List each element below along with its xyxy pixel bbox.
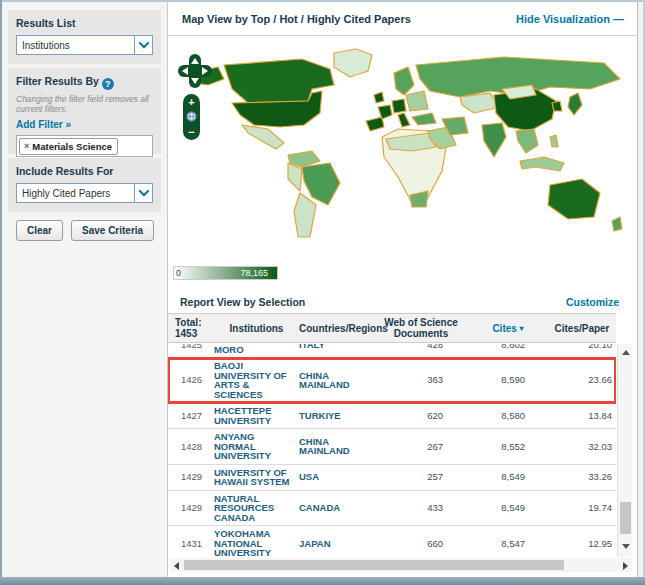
col-cites-sort[interactable]: Cites ▾ (467, 323, 549, 334)
cell-cites: 8,590 (467, 375, 549, 385)
vertical-scrollbar-thumb[interactable] (620, 502, 631, 534)
horizontal-scrollbar[interactable] (170, 558, 632, 572)
vertical-scrollbar[interactable] (617, 344, 632, 557)
legend-min: 0 (174, 268, 181, 278)
scroll-up-button[interactable] (622, 350, 630, 355)
table-body: 1425 BARI ALDO MORO ITALY 428 8,602 20.1… (168, 344, 616, 557)
cell-cites-per-paper: 23.66 (549, 375, 615, 385)
cell-cites: 8,552 (467, 442, 549, 452)
institution-link[interactable]: UNIVERSITY OF HAWAII SYSTEM (214, 468, 299, 487)
cell-rank: 1429 (168, 503, 214, 513)
col-total: Total: 1453 (168, 317, 214, 339)
remove-tag-icon[interactable]: × (24, 141, 29, 151)
pan-left-icon[interactable] (182, 67, 188, 75)
cell-web-of-science-documents: 267 (375, 442, 467, 452)
results-list-select[interactable]: Institutions (16, 35, 153, 55)
map-view: + − 0 78,165 (168, 37, 637, 289)
table-row: 1427 HACETTEPE UNIVERSITY TURKIYE 620 8,… (168, 403, 616, 429)
scroll-right-button[interactable] (623, 562, 628, 570)
col-countries: Countries/Regions (299, 323, 375, 334)
filter-results-label: Filter Results By? (16, 75, 153, 90)
world-map[interactable] (184, 45, 634, 263)
cell-web-of-science-documents: 660 (375, 539, 467, 549)
minus-icon: — (613, 13, 623, 25)
institution-link[interactable]: BAOJI UNIVERSITY OF ARTS & SCIENCES (214, 361, 299, 399)
cell-rank: 1426 (168, 375, 214, 385)
include-results-value: Highly Cited Papers (17, 188, 134, 199)
window-border-bottom (0, 577, 645, 585)
col-web-of-science-documents: Web of Science Documents (375, 317, 467, 339)
chevron-down-icon[interactable] (134, 184, 152, 202)
zoom-out-button[interactable]: − (188, 127, 194, 137)
cell-rank: 1431 (168, 539, 214, 549)
scroll-down-button[interactable] (622, 544, 630, 549)
cell-cites: 8,549 (467, 472, 549, 482)
pan-up-icon[interactable] (191, 58, 199, 64)
save-criteria-button[interactable]: Save Criteria (71, 220, 154, 241)
hide-visualization-link[interactable]: Hide Visualization — (516, 13, 623, 25)
include-results-panel: Include Results For Highly Cited Papers (8, 158, 161, 212)
pan-down-icon[interactable] (191, 78, 199, 84)
include-results-select[interactable]: Highly Cited Papers (16, 183, 153, 203)
legend-max: 78,165 (240, 268, 277, 278)
cell-country: CHINA MAINLAND (299, 437, 375, 456)
filter-panel: Filter Results By? Changing the filter f… (8, 68, 161, 154)
cell-country: CHINA MAINLAND (299, 371, 375, 390)
zoom-in-button[interactable]: + (188, 97, 194, 107)
institution-link[interactable]: NATURAL RESOURCES CANADA (214, 494, 299, 523)
cell-web-of-science-documents: 620 (375, 411, 467, 421)
cell-cites: 8,602 (467, 344, 549, 349)
filter-note: Changing the filter field removes all cu… (16, 94, 153, 114)
institution-link[interactable]: BARI ALDO MORO (214, 344, 299, 354)
institution-link[interactable]: ANYANG NORMAL UNIVERSITY (214, 432, 299, 461)
cell-country: ITALY (299, 344, 375, 349)
pan-control[interactable] (178, 54, 212, 88)
table-row: 1429 NATURAL RESOURCES CANADA CANADA 433… (168, 491, 616, 527)
legend-gradient: 0 78,165 (173, 266, 278, 280)
zoom-control: + − (183, 94, 200, 140)
map-header: Map View by Top / Hot / Highly Cited Pap… (168, 2, 637, 36)
help-icon[interactable]: ? (102, 78, 114, 90)
cell-rank: 1428 (168, 442, 214, 452)
filter-tag-label: Materials Science (32, 141, 112, 152)
include-results-label: Include Results For (16, 165, 153, 177)
cell-web-of-science-documents: 257 (375, 472, 467, 482)
col-institutions: Institutions (214, 323, 299, 334)
col-cites-per-paper: Cites/Paper (549, 323, 615, 334)
results-list-value: Institutions (17, 40, 134, 51)
clear-button[interactable]: Clear (16, 220, 63, 241)
cell-cites: 8,547 (467, 539, 549, 549)
cell-cites-per-paper: 13.84 (549, 411, 615, 421)
pan-right-icon[interactable] (202, 67, 208, 75)
cell-country: CANADA (299, 503, 375, 513)
institution-link[interactable]: HACETTEPE UNIVERSITY (214, 406, 299, 425)
cell-country: TURKIYE (299, 411, 375, 421)
results-list-panel: Results List Institutions (8, 10, 161, 64)
horizontal-scrollbar-thumb[interactable] (184, 560, 564, 570)
institution-link[interactable]: YOKOHAMA NATIONAL UNIVERSITY (214, 529, 299, 557)
cell-rank: 1427 (168, 411, 214, 421)
cell-country: JAPAN (299, 539, 375, 549)
table-row-highlighted: 1426 BAOJI UNIVERSITY OF ARTS & SCIENCES… (168, 358, 616, 403)
table-column-headers: Total: 1453 Institutions Countries/Regio… (168, 313, 616, 343)
window-border-left (0, 0, 2, 585)
cell-rank: 1429 (168, 472, 214, 482)
scroll-left-button[interactable] (174, 562, 179, 570)
cell-cites-per-paper: 19.74 (549, 503, 615, 513)
cell-web-of-science-documents: 363 (375, 375, 467, 385)
add-filter-link[interactable]: Add Filter » (16, 119, 71, 130)
report-title: Report View by Selection (180, 296, 305, 308)
cell-cites-per-paper: 12.95 (549, 539, 615, 549)
chevron-down-icon[interactable] (134, 36, 152, 54)
table-row: 1429 UNIVERSITY OF HAWAII SYSTEM USA 257… (168, 465, 616, 491)
cell-cites-per-paper: 32.03 (549, 442, 615, 452)
table-row: 1428 ANYANG NORMAL UNIVERSITY CHINA MAIN… (168, 429, 616, 465)
customize-link[interactable]: Customize (566, 296, 619, 308)
cell-country: USA (299, 472, 375, 482)
cell-web-of-science-documents: 433 (375, 503, 467, 513)
filter-tag: × Materials Science (19, 138, 118, 155)
cell-cites-per-paper: 20.10 (549, 344, 615, 349)
globe-icon[interactable] (186, 108, 197, 126)
filter-input[interactable]: × Materials Science (16, 135, 153, 157)
table-row: 1431 YOKOHAMA NATIONAL UNIVERSITY JAPAN … (168, 526, 616, 557)
